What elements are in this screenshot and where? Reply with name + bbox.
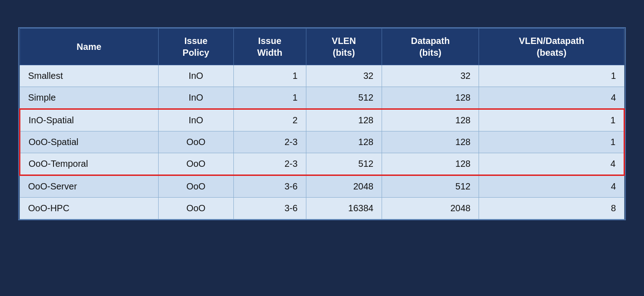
cell-issue-width: 1 — [233, 87, 306, 109]
cell-name: Smallest — [20, 65, 159, 87]
cell-vlen: 512 — [306, 153, 382, 175]
cell-datapath: 128 — [382, 109, 479, 131]
cell-issue-policy: InO — [158, 65, 233, 87]
table-row: OoO-HPCOoO3-61638420488 — [20, 198, 625, 219]
cell-name: OoO-Spatial — [20, 131, 159, 153]
cell-issue-width: 2 — [233, 109, 306, 131]
table-row: OoO-SpatialOoO2-31281281 — [20, 131, 625, 153]
cell-issue-policy: OoO — [158, 131, 233, 153]
cell-datapath: 32 — [382, 65, 479, 87]
cell-datapath: 128 — [382, 153, 479, 175]
col-header-vlen: VLEN(bits) — [306, 29, 382, 65]
cell-issue-width: 2-3 — [233, 153, 306, 175]
cell-vlen-datapath: 1 — [479, 131, 625, 153]
cell-datapath: 128 — [382, 131, 479, 153]
table-row: OoO-TemporalOoO2-35121284 — [20, 153, 625, 175]
cell-issue-policy: InO — [158, 87, 233, 109]
cell-vlen: 128 — [306, 131, 382, 153]
table-container: Name IssuePolicy IssueWidth VLEN(bits) D… — [18, 27, 626, 220]
cell-name: OoO-Temporal — [20, 153, 159, 175]
table-row: SimpleInO15121284 — [20, 87, 625, 109]
cell-issue-width: 3-6 — [233, 175, 306, 198]
cell-vlen: 16384 — [306, 198, 382, 219]
cell-vlen-datapath: 1 — [479, 109, 625, 131]
cell-name: OoO-Server — [20, 175, 159, 198]
data-table: Name IssuePolicy IssueWidth VLEN(bits) D… — [19, 28, 625, 219]
cell-vlen: 128 — [306, 109, 382, 131]
cell-vlen-datapath: 8 — [479, 198, 625, 219]
cell-vlen-datapath: 1 — [479, 65, 625, 87]
cell-vlen-datapath: 4 — [479, 153, 625, 175]
cell-issue-policy: OoO — [158, 198, 233, 219]
col-header-vlen-datapath: VLEN/Datapath(beats) — [479, 29, 625, 65]
cell-issue-policy: OoO — [158, 153, 233, 175]
cell-vlen: 512 — [306, 87, 382, 109]
cell-name: Simple — [20, 87, 159, 109]
cell-name: OoO-HPC — [20, 198, 159, 219]
table-row: InO-SpatialInO21281281 — [20, 109, 625, 131]
cell-issue-policy: InO — [158, 109, 233, 131]
cell-vlen-datapath: 4 — [479, 175, 625, 198]
table-row: SmallestInO132321 — [20, 65, 625, 87]
col-header-name: Name — [20, 29, 159, 65]
cell-issue-width: 3-6 — [233, 198, 306, 219]
cell-vlen: 32 — [306, 65, 382, 87]
cell-datapath: 128 — [382, 87, 479, 109]
cell-name: InO-Spatial — [20, 109, 159, 131]
cell-vlen-datapath: 4 — [479, 87, 625, 109]
cell-vlen: 2048 — [306, 175, 382, 198]
cell-issue-width: 2-3 — [233, 131, 306, 153]
cell-datapath: 2048 — [382, 198, 479, 219]
col-header-datapath: Datapath(bits) — [382, 29, 479, 65]
col-header-issue-policy: IssuePolicy — [158, 29, 233, 65]
cell-issue-policy: OoO — [158, 175, 233, 198]
table-row: OoO-ServerOoO3-620485124 — [20, 175, 625, 198]
col-header-issue-width: IssueWidth — [233, 29, 306, 65]
cell-issue-width: 1 — [233, 65, 306, 87]
cell-datapath: 512 — [382, 175, 479, 198]
table-header-row: Name IssuePolicy IssueWidth VLEN(bits) D… — [20, 29, 625, 65]
